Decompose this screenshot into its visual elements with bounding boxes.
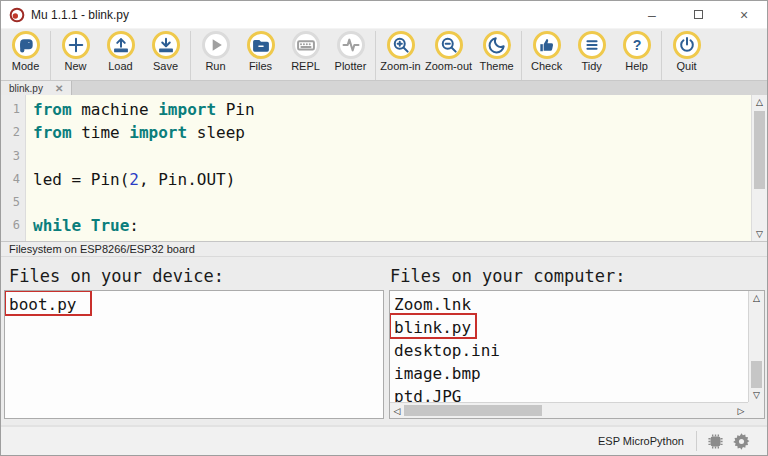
window-title: Mu 1.1.1 - blink.py (31, 8, 629, 22)
toolbar-zoom-in-button[interactable]: Zoom-in (378, 31, 423, 80)
tab-blink-py[interactable]: blink.py ✕ (1, 81, 72, 95)
toolbar-button-label: Load (108, 60, 132, 72)
scroll-down-icon[interactable]: ▽ (752, 227, 767, 241)
toolbar-run-button[interactable]: Run (193, 31, 238, 80)
lines-icon (578, 31, 606, 59)
toolbar-button-label: Run (205, 60, 225, 72)
computer-files-hscrollbar[interactable]: ◁ ▷ (390, 402, 748, 418)
moon-icon (483, 31, 511, 59)
code-line: from time import sleep (33, 121, 751, 144)
status-bar: ESP MicroPython (1, 425, 767, 455)
status-separator (696, 431, 697, 451)
file-item[interactable]: desktop.ini (390, 339, 748, 362)
toolbar-group: Zoom-inZoom-outTheme (375, 31, 521, 80)
device-files-list: boot.py (5, 291, 383, 418)
toolbar: ModeNewLoadSaveRunFilesREPLPlotterZoom-i… (1, 28, 767, 80)
toolbar-button-label: Quit (676, 60, 696, 72)
toolbar-zoom-out-button[interactable]: Zoom-out (423, 31, 474, 80)
line-number: 1 (1, 98, 20, 121)
scroll-left-icon[interactable]: ◁ (390, 403, 404, 419)
computer-files-listbox[interactable]: Zoom.lnkblink.pydesktop.iniimage.bmpptd.… (389, 290, 765, 419)
microchip-icon[interactable] (707, 433, 724, 450)
tab-bar: blink.py ✕ (1, 80, 767, 95)
toolbar-button-label: Check (531, 60, 562, 72)
toolbar-load-button[interactable]: Load (98, 31, 143, 80)
scroll-right-icon[interactable]: ▷ (734, 403, 748, 419)
code-line (33, 145, 751, 168)
toolbar-plotter-button[interactable]: Plotter (328, 31, 373, 80)
svg-text:?: ? (632, 37, 641, 53)
scrollbar-corner (748, 402, 764, 418)
filesystem-banner: Filesystem on ESP8266/ESP32 board (1, 241, 767, 257)
code-editor[interactable]: 1234567 from machine import Pinfrom time… (1, 95, 767, 241)
scroll-down-icon[interactable]: ▽ (749, 388, 764, 402)
file-item[interactable]: blink.py (390, 316, 748, 339)
computer-files-list: Zoom.lnkblink.pydesktop.iniimage.bmpptd.… (390, 291, 748, 402)
toolbar-tidy-button[interactable]: Tidy (569, 31, 614, 80)
toolbar-check-button[interactable]: Check (524, 31, 569, 80)
code-area[interactable]: from machine import Pinfrom time import … (26, 95, 751, 241)
editor-scrollbar-thumb[interactable] (754, 111, 765, 189)
toolbar-new-button[interactable]: New (53, 31, 98, 80)
toolbar-group: Mode (1, 31, 50, 80)
toolbar-button-label: REPL (291, 60, 320, 72)
toolbar-theme-button[interactable]: Theme (474, 31, 519, 80)
device-files-listbox[interactable]: boot.py (4, 290, 384, 419)
line-number: 3 (1, 145, 20, 168)
device-files-header: Files on your device: (9, 266, 224, 286)
line-number: 5 (1, 191, 20, 214)
toolbar-button-label: Help (625, 60, 648, 72)
folder-icon (247, 31, 275, 59)
toolbar-group: RunFilesREPLPlotter (190, 31, 375, 80)
computer-files-header: Files on your computer: (390, 266, 625, 286)
toolbar-button-label: Files (249, 60, 272, 72)
mu-logo-icon (12, 31, 40, 59)
file-item[interactable]: Zoom.lnk (390, 293, 748, 316)
thumbs-up-icon (533, 31, 561, 59)
toolbar-button-label: Plotter (335, 60, 367, 72)
tab-label: blink.py (9, 83, 43, 94)
toolbar-save-button[interactable]: Save (143, 31, 188, 80)
line-number: 2 (1, 121, 20, 144)
line-number: 4 (1, 168, 20, 191)
power-icon (673, 31, 701, 59)
line-number: 6 (1, 214, 20, 237)
vscrollbar-thumb[interactable] (751, 361, 762, 388)
file-item[interactable]: image.bmp (390, 362, 748, 385)
code-line (33, 191, 751, 214)
code-line: while True: (33, 214, 751, 237)
toolbar-group: CheckTidy?Help (521, 31, 661, 80)
file-item[interactable]: ptd.JPG (390, 385, 748, 402)
line-number: 7 (1, 238, 20, 241)
zoom-out-icon (435, 31, 463, 59)
upload-icon (107, 31, 135, 59)
toolbar-button-label: Mode (12, 60, 40, 72)
toolbar-repl-button[interactable]: REPL (283, 31, 328, 80)
code-line: from machine import Pin (33, 98, 751, 121)
hscrollbar-thumb[interactable] (404, 405, 542, 416)
gear-icon[interactable] (732, 432, 751, 451)
toolbar-button-label: Zoom-out (425, 60, 472, 72)
toolbar-quit-button[interactable]: Quit (664, 31, 709, 80)
toolbar-group: Quit (661, 31, 711, 80)
toolbar-help-button[interactable]: ?Help (614, 31, 659, 80)
toolbar-button-label: Tidy (581, 60, 601, 72)
toolbar-files-button[interactable]: Files (238, 31, 283, 80)
toolbar-button-label: Zoom-in (380, 60, 420, 72)
keyboard-icon (292, 31, 320, 59)
close-button[interactable]: × (721, 1, 767, 28)
title-bar: Mu 1.1.1 - blink.py – × (1, 1, 767, 28)
minimize-button[interactable]: – (629, 1, 675, 28)
computer-files-vscrollbar[interactable]: △ ▽ (748, 291, 764, 402)
scroll-up-icon[interactable]: △ (749, 291, 764, 305)
file-item[interactable]: boot.py (5, 293, 383, 316)
tab-close-icon[interactable]: ✕ (55, 83, 63, 94)
maximize-button[interactable] (675, 1, 721, 28)
waveform-icon (337, 31, 365, 59)
editor-scrollbar[interactable]: △ ▽ (751, 95, 767, 241)
toolbar-mode-button[interactable]: Mode (3, 31, 48, 80)
toolbar-button-label: New (64, 60, 86, 72)
question-icon: ? (623, 31, 651, 59)
code-line: led = Pin(2, Pin.OUT) (33, 168, 751, 191)
scroll-up-icon[interactable]: △ (752, 95, 767, 109)
